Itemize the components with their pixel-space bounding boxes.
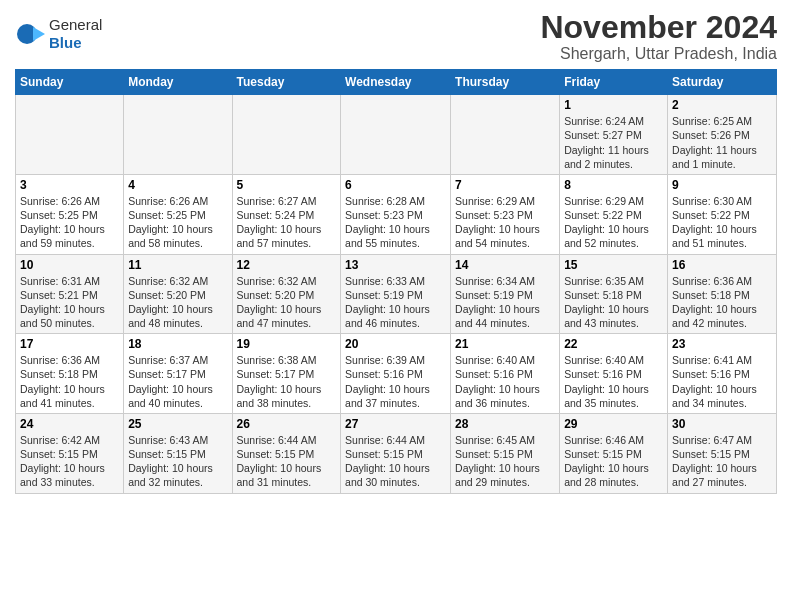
day-detail: Sunrise: 6:26 AM Sunset: 5:25 PM Dayligh… [128,194,227,251]
day-of-week-header: Sunday [16,70,124,95]
day-number: 27 [345,417,446,431]
day-detail: Sunrise: 6:26 AM Sunset: 5:25 PM Dayligh… [20,194,119,251]
day-number: 10 [20,258,119,272]
day-detail: Sunrise: 6:38 AM Sunset: 5:17 PM Dayligh… [237,353,337,410]
calendar-cell: 25Sunrise: 6:43 AM Sunset: 5:15 PM Dayli… [124,413,232,493]
day-detail: Sunrise: 6:40 AM Sunset: 5:16 PM Dayligh… [455,353,555,410]
day-of-week-header: Friday [560,70,668,95]
day-detail: Sunrise: 6:29 AM Sunset: 5:23 PM Dayligh… [455,194,555,251]
day-number: 13 [345,258,446,272]
day-of-week-header: Wednesday [341,70,451,95]
calendar-week-row: 3Sunrise: 6:26 AM Sunset: 5:25 PM Daylig… [16,174,777,254]
calendar-cell: 24Sunrise: 6:42 AM Sunset: 5:15 PM Dayli… [16,413,124,493]
day-number: 7 [455,178,555,192]
day-detail: Sunrise: 6:40 AM Sunset: 5:16 PM Dayligh… [564,353,663,410]
day-number: 12 [237,258,337,272]
calendar-cell: 23Sunrise: 6:41 AM Sunset: 5:16 PM Dayli… [668,334,777,414]
day-of-week-header: Thursday [451,70,560,95]
calendar-cell [341,95,451,175]
calendar-cell [16,95,124,175]
day-detail: Sunrise: 6:46 AM Sunset: 5:15 PM Dayligh… [564,433,663,490]
day-number: 14 [455,258,555,272]
day-detail: Sunrise: 6:47 AM Sunset: 5:15 PM Dayligh… [672,433,772,490]
day-number: 24 [20,417,119,431]
day-number: 25 [128,417,227,431]
calendar-cell: 5Sunrise: 6:27 AM Sunset: 5:24 PM Daylig… [232,174,341,254]
day-detail: Sunrise: 6:32 AM Sunset: 5:20 PM Dayligh… [237,274,337,331]
calendar-cell: 3Sunrise: 6:26 AM Sunset: 5:25 PM Daylig… [16,174,124,254]
header: General Blue November 2024 Shergarh, Utt… [15,10,777,63]
day-number: 2 [672,98,772,112]
day-detail: Sunrise: 6:35 AM Sunset: 5:18 PM Dayligh… [564,274,663,331]
logo-blue-text: Blue [49,34,82,51]
svg-marker-1 [33,27,45,41]
day-detail: Sunrise: 6:36 AM Sunset: 5:18 PM Dayligh… [20,353,119,410]
day-number: 4 [128,178,227,192]
calendar-week-row: 17Sunrise: 6:36 AM Sunset: 5:18 PM Dayli… [16,334,777,414]
day-detail: Sunrise: 6:34 AM Sunset: 5:19 PM Dayligh… [455,274,555,331]
calendar-cell: 1Sunrise: 6:24 AM Sunset: 5:27 PM Daylig… [560,95,668,175]
day-detail: Sunrise: 6:24 AM Sunset: 5:27 PM Dayligh… [564,114,663,171]
day-number: 8 [564,178,663,192]
calendar-cell: 19Sunrise: 6:38 AM Sunset: 5:17 PM Dayli… [232,334,341,414]
calendar-cell [451,95,560,175]
day-number: 23 [672,337,772,351]
day-detail: Sunrise: 6:30 AM Sunset: 5:22 PM Dayligh… [672,194,772,251]
day-detail: Sunrise: 6:45 AM Sunset: 5:15 PM Dayligh… [455,433,555,490]
calendar-cell: 18Sunrise: 6:37 AM Sunset: 5:17 PM Dayli… [124,334,232,414]
day-detail: Sunrise: 6:25 AM Sunset: 5:26 PM Dayligh… [672,114,772,171]
calendar-cell: 13Sunrise: 6:33 AM Sunset: 5:19 PM Dayli… [341,254,451,334]
day-number: 6 [345,178,446,192]
day-detail: Sunrise: 6:44 AM Sunset: 5:15 PM Dayligh… [237,433,337,490]
calendar-cell: 26Sunrise: 6:44 AM Sunset: 5:15 PM Dayli… [232,413,341,493]
logo-general-text: General [49,16,102,33]
day-detail: Sunrise: 6:32 AM Sunset: 5:20 PM Dayligh… [128,274,227,331]
day-detail: Sunrise: 6:37 AM Sunset: 5:17 PM Dayligh… [128,353,227,410]
calendar-cell: 22Sunrise: 6:40 AM Sunset: 5:16 PM Dayli… [560,334,668,414]
day-number: 20 [345,337,446,351]
calendar-cell: 15Sunrise: 6:35 AM Sunset: 5:18 PM Dayli… [560,254,668,334]
day-number: 19 [237,337,337,351]
day-number: 5 [237,178,337,192]
day-of-week-header: Tuesday [232,70,341,95]
calendar-cell: 4Sunrise: 6:26 AM Sunset: 5:25 PM Daylig… [124,174,232,254]
day-detail: Sunrise: 6:43 AM Sunset: 5:15 PM Dayligh… [128,433,227,490]
calendar-cell: 20Sunrise: 6:39 AM Sunset: 5:16 PM Dayli… [341,334,451,414]
calendar-cell: 2Sunrise: 6:25 AM Sunset: 5:26 PM Daylig… [668,95,777,175]
calendar-cell: 11Sunrise: 6:32 AM Sunset: 5:20 PM Dayli… [124,254,232,334]
day-detail: Sunrise: 6:33 AM Sunset: 5:19 PM Dayligh… [345,274,446,331]
day-number: 18 [128,337,227,351]
calendar-table: SundayMondayTuesdayWednesdayThursdayFrid… [15,69,777,493]
calendar-header-row: SundayMondayTuesdayWednesdayThursdayFrid… [16,70,777,95]
calendar-cell: 14Sunrise: 6:34 AM Sunset: 5:19 PM Dayli… [451,254,560,334]
day-detail: Sunrise: 6:36 AM Sunset: 5:18 PM Dayligh… [672,274,772,331]
day-detail: Sunrise: 6:27 AM Sunset: 5:24 PM Dayligh… [237,194,337,251]
day-detail: Sunrise: 6:28 AM Sunset: 5:23 PM Dayligh… [345,194,446,251]
logo-icon [15,19,45,49]
day-detail: Sunrise: 6:31 AM Sunset: 5:21 PM Dayligh… [20,274,119,331]
calendar-cell: 17Sunrise: 6:36 AM Sunset: 5:18 PM Dayli… [16,334,124,414]
day-detail: Sunrise: 6:41 AM Sunset: 5:16 PM Dayligh… [672,353,772,410]
calendar-cell: 8Sunrise: 6:29 AM Sunset: 5:22 PM Daylig… [560,174,668,254]
calendar-cell: 16Sunrise: 6:36 AM Sunset: 5:18 PM Dayli… [668,254,777,334]
day-detail: Sunrise: 6:29 AM Sunset: 5:22 PM Dayligh… [564,194,663,251]
title-block: November 2024 Shergarh, Uttar Pradesh, I… [540,10,777,63]
calendar-cell: 27Sunrise: 6:44 AM Sunset: 5:15 PM Dayli… [341,413,451,493]
calendar-cell [124,95,232,175]
day-detail: Sunrise: 6:39 AM Sunset: 5:16 PM Dayligh… [345,353,446,410]
calendar-cell: 21Sunrise: 6:40 AM Sunset: 5:16 PM Dayli… [451,334,560,414]
day-number: 30 [672,417,772,431]
day-number: 3 [20,178,119,192]
calendar-cell: 10Sunrise: 6:31 AM Sunset: 5:21 PM Dayli… [16,254,124,334]
day-number: 15 [564,258,663,272]
calendar-week-row: 24Sunrise: 6:42 AM Sunset: 5:15 PM Dayli… [16,413,777,493]
calendar-cell: 12Sunrise: 6:32 AM Sunset: 5:20 PM Dayli… [232,254,341,334]
calendar-cell: 6Sunrise: 6:28 AM Sunset: 5:23 PM Daylig… [341,174,451,254]
calendar-cell: 28Sunrise: 6:45 AM Sunset: 5:15 PM Dayli… [451,413,560,493]
day-number: 16 [672,258,772,272]
calendar-week-row: 10Sunrise: 6:31 AM Sunset: 5:21 PM Dayli… [16,254,777,334]
day-detail: Sunrise: 6:44 AM Sunset: 5:15 PM Dayligh… [345,433,446,490]
calendar-cell: 30Sunrise: 6:47 AM Sunset: 5:15 PM Dayli… [668,413,777,493]
day-number: 11 [128,258,227,272]
calendar-cell [232,95,341,175]
